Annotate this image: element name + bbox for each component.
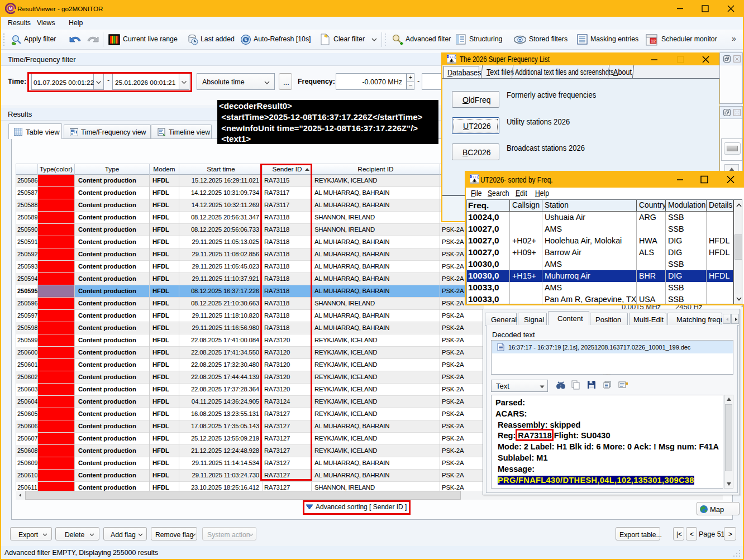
svg-text:12: 12 bbox=[651, 39, 656, 44]
svg-text:M: M bbox=[9, 6, 13, 11]
